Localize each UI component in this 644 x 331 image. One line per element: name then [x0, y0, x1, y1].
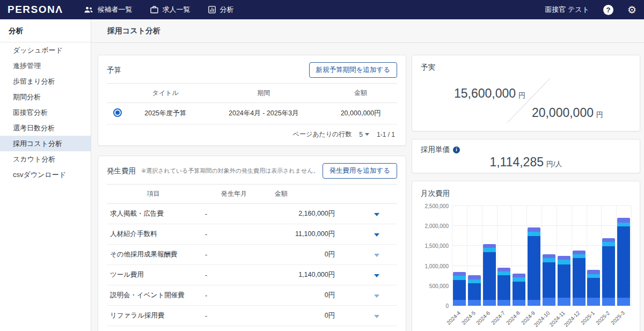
unit-cost-card: 採用単価 i 1,114,285円/人	[412, 139, 640, 173]
people-icon	[84, 6, 93, 13]
expense-cell: 人材紹介手数料	[107, 224, 200, 245]
column-header: 金額	[324, 84, 397, 103]
actual-amount: 15,600,000円	[454, 86, 525, 101]
bar-segment	[543, 254, 555, 258]
expense-note: ※選択されている予算期間の対象外の発生費用は表示されません。	[141, 167, 319, 175]
sidebar-item-ダッシュボード[interactable]: ダッシュボード	[0, 42, 91, 58]
expand-row-icon[interactable]	[374, 254, 379, 257]
bar-segment	[528, 227, 540, 232]
bar-segment	[558, 256, 570, 260]
expense-row: 説明会・イベント開催費-0円	[107, 285, 397, 306]
chevron-down-icon	[365, 133, 369, 136]
nav-item-label: 分析	[219, 5, 233, 14]
app-logo: PERSONΛ	[8, 4, 63, 16]
budget-card: 予算 新規予算期間を追加する タイトル期間金額 2025年度予算2024年4月 …	[98, 55, 406, 146]
bar-segment	[528, 300, 540, 306]
expense-table-header: 項目発生年月金額	[107, 185, 397, 204]
expense-cell: 0円	[269, 306, 356, 326]
expense-card: 発生費用 ※選択されている予算期間の対象外の発生費用は表示されません。 発生費用…	[98, 156, 406, 331]
bar-segment	[587, 270, 600, 274]
bar-segment	[543, 258, 555, 262]
info-icon[interactable]: i	[453, 146, 460, 153]
bar-segment	[528, 236, 540, 300]
sidebar-item-面接官分析[interactable]: 面接官分析	[0, 105, 91, 120]
bar-segment	[497, 271, 510, 275]
bar-segment	[468, 300, 481, 306]
bar-2024-9	[528, 227, 540, 306]
top-navbar: PERSONΛ 候補者一覧求人一覧分析 面接官 テスト ? ⚙	[0, 0, 644, 19]
pagination-range: 1-1 / 1	[377, 131, 395, 138]
bar-slot	[452, 206, 467, 306]
current-user-label[interactable]: 面接官 テスト	[545, 5, 589, 14]
expand-row-icon[interactable]	[374, 213, 379, 216]
bar-segment	[453, 300, 466, 306]
nav-item-2[interactable]: 求人一覧	[150, 5, 190, 14]
bar-segment	[587, 274, 600, 278]
expand-row-icon[interactable]	[374, 295, 379, 298]
budget-cell: 2025年度予算	[128, 103, 203, 124]
expand-row-icon[interactable]	[374, 274, 379, 277]
expense-cell: -	[200, 285, 269, 306]
budget-cell: 20,000,000円	[324, 103, 397, 124]
expense-cell: その他採用成果報酬費	[107, 245, 200, 265]
budget-vs-actual-title: 予実	[421, 63, 435, 71]
column-header: 発生年月	[200, 185, 269, 204]
expense-cell: -	[200, 204, 269, 224]
bar-segment	[558, 298, 570, 306]
nav-item-1[interactable]: 候補者一覧	[84, 5, 132, 14]
x-tick-label: 2024-4	[445, 310, 462, 326]
bar-slot	[482, 206, 497, 306]
sidebar-item-歩留まり分析[interactable]: 歩留まり分析	[0, 73, 91, 89]
nav-item-3[interactable]: 分析	[208, 5, 233, 14]
sidebar-item-csvダウンロード[interactable]: csvダウンロード	[0, 167, 91, 182]
bar-segment	[602, 298, 615, 306]
sidebar-item-進捗管理[interactable]: 進捗管理	[0, 58, 91, 73]
sidebar-title: 分析	[0, 19, 91, 42]
y-tick-label: 1,000,000	[425, 263, 449, 269]
bar-slot	[601, 206, 616, 306]
bar-segment	[513, 274, 525, 277]
add-budget-period-button[interactable]: 新規予算期間を追加する	[309, 62, 397, 78]
bar-segment	[528, 232, 540, 236]
x-slot: 2025-3	[616, 306, 631, 330]
bar-segment	[497, 275, 510, 299]
add-expense-button[interactable]: 発生費用を追加する	[323, 163, 397, 179]
budget-row: 2025年度予算2024年4月 - 2025年3月20,000,000円	[107, 103, 397, 124]
bar-segment	[602, 246, 615, 298]
rows-per-page-label: ページあたりの行数	[293, 130, 352, 139]
expense-row: リファラル採用費-0円	[107, 306, 397, 326]
bar-segment	[602, 238, 615, 242]
rows-per-page-select[interactable]: 5	[359, 131, 369, 138]
bar-segment	[453, 276, 466, 279]
help-icon[interactable]: ?	[603, 5, 613, 15]
expense-row: 求人掲載・広告費-2,160,000円	[107, 204, 397, 224]
expand-row-icon[interactable]	[374, 315, 379, 318]
gear-icon[interactable]: ⚙	[627, 5, 636, 15]
bar-segment	[468, 275, 481, 279]
budget-vs-actual-card: 予実 15,600,000円 20,000,000円	[412, 55, 640, 131]
y-tick-label: 2,500,000	[425, 203, 449, 209]
bar-segment	[468, 279, 481, 283]
sidebar-item-スカウト分析[interactable]: スカウト分析	[0, 151, 91, 167]
sidebar-item-選考日数分析[interactable]: 選考日数分析	[0, 120, 91, 136]
sidebar-item-採用コスト分析[interactable]: 採用コスト分析	[0, 136, 91, 151]
bar-slot	[541, 206, 557, 306]
expense-cell: 求人掲載・広告費	[107, 204, 200, 224]
bar-segment	[513, 282, 525, 300]
page-title: 採用コスト分析	[91, 19, 644, 42]
expense-cell: -	[200, 265, 269, 285]
expense-cell: 2,160,000円	[269, 204, 356, 224]
gridline	[631, 206, 632, 306]
budget-radio[interactable]	[113, 108, 122, 117]
expense-cell: 説明会・イベント開催費	[107, 285, 200, 306]
bar-2025-2	[602, 238, 615, 306]
expense-cell: -	[200, 224, 269, 245]
bar-segment	[617, 218, 630, 222]
bar-segment	[513, 277, 525, 281]
expand-row-icon[interactable]	[374, 233, 379, 237]
expense-cell: 0円	[269, 245, 356, 265]
sidebar-item-期間分析[interactable]: 期間分析	[0, 89, 91, 105]
bar-segment	[483, 300, 496, 306]
expense-row: 人材紹介手数料-11,100,000円	[107, 224, 397, 245]
nav-items: 候補者一覧求人一覧分析	[84, 5, 233, 14]
